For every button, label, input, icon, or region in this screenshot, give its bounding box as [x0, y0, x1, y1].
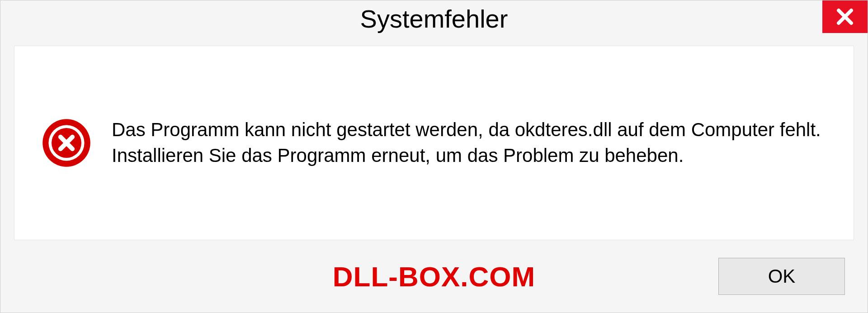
- dialog-title: Systemfehler: [360, 4, 508, 33]
- close-icon: [835, 7, 854, 26]
- ok-button[interactable]: OK: [718, 258, 845, 295]
- error-dialog: Systemfehler Das Programm kann nicht ges…: [0, 0, 868, 313]
- error-icon: [42, 118, 91, 168]
- titlebar: Systemfehler: [0, 0, 868, 37]
- content-panel: Das Programm kann nicht gestartet werden…: [14, 46, 854, 240]
- dialog-footer: DLL-BOX.COM OK: [0, 254, 868, 313]
- close-button[interactable]: [822, 0, 868, 33]
- error-message: Das Programm kann nicht gestartet werden…: [112, 117, 826, 168]
- watermark-text: DLL-BOX.COM: [333, 261, 535, 293]
